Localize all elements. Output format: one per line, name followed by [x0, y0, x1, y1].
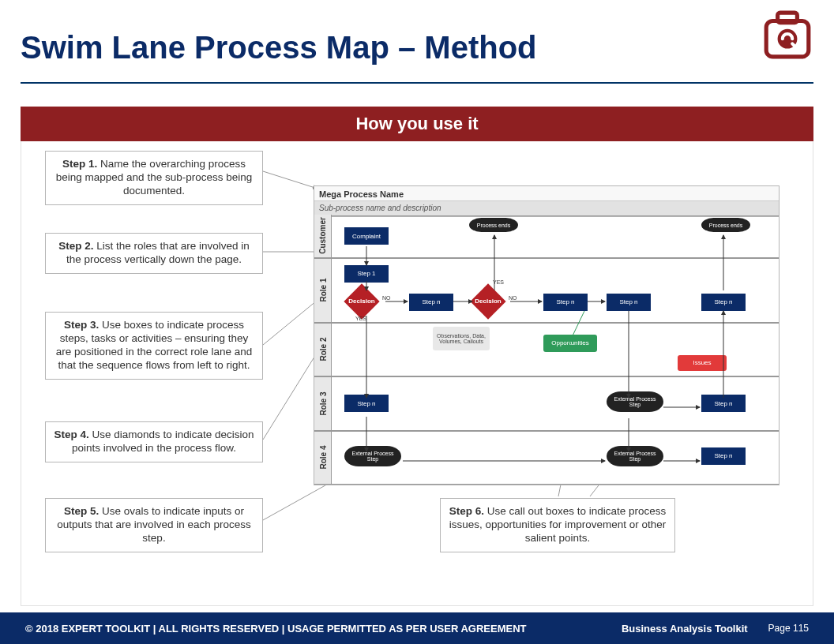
oval-external-3: External Process Step	[607, 446, 663, 466]
step6-label: Step 6.	[449, 505, 484, 517]
step3-explain: Step 3. Use boxes to indicate process st…	[45, 312, 263, 380]
lane-customer-label: Customer	[314, 215, 332, 257]
box-stepn-f: Step n	[701, 395, 746, 412]
section-banner-label: How you use it	[355, 114, 478, 134]
toolkit-logo-icon	[761, 8, 813, 60]
svg-rect-1	[778, 13, 798, 22]
step4-explain: Step 4. Use diamonds to indicate decisio…	[45, 421, 263, 462]
lane-role1: Role 1 Step 1 Decision NO YES Step n Dec…	[314, 258, 779, 323]
label-yes-2: YES	[493, 279, 504, 285]
box-stepn-e: Step n	[344, 395, 389, 412]
step5-explain: Step 5. Use ovals to indicate inputs or …	[45, 498, 263, 552]
step6-explain: Step 6. Use call out boxes to indicate p…	[440, 498, 675, 552]
content-area: Step 1. Name the overarching process bei…	[21, 141, 813, 606]
box-stepn-a: Step n	[409, 294, 453, 311]
swimlane-diagram: Mega Process Name Sub-process name and d…	[314, 185, 780, 485]
box-stepn-c: Step n	[607, 294, 651, 311]
box-complaint: Complaint	[344, 227, 389, 245]
lane-role3: Role 3 Step n External Process Step Step…	[314, 376, 779, 430]
label-no-1: NO	[382, 295, 391, 301]
page-footer: © 2018 EXPERT TOOLKIT | ALL RIGHTS RESER…	[0, 612, 834, 644]
page-header: Swim Lane Process Map – Method	[21, 30, 813, 84]
step4-label: Step 4.	[54, 429, 89, 440]
box-stepn-g: Step n	[701, 447, 746, 465]
box-stepn-b: Step n	[543, 294, 588, 311]
step2-label: Step 2.	[58, 240, 93, 252]
footer-copyright: © 2018 EXPERT TOOLKIT | ALL RIGHTS RESER…	[25, 623, 622, 635]
step1-explain: Step 1. Name the overarching process bei…	[45, 151, 263, 205]
lane-role1-label: Role 1	[314, 259, 332, 322]
step2-text: List the roles that are involved in the …	[66, 240, 250, 265]
step3-label: Step 3.	[64, 319, 99, 331]
step5-label: Step 5.	[64, 505, 99, 517]
diamond-decision-1: Decision	[344, 289, 379, 314]
oval-external-2: External Process Step	[344, 446, 401, 466]
step1-label: Step 1.	[62, 158, 97, 170]
lane-customer: Customer Complaint Process ends Process …	[314, 215, 779, 258]
lane-role4: Role 4 External Process Step External Pr…	[314, 431, 779, 485]
diamond-decision-2: Decision	[471, 289, 505, 314]
footer-brand: Business Analysis Toolkit	[622, 623, 748, 635]
diagram-title: Mega Process Name	[314, 186, 779, 201]
lane-role2-label: Role 2	[314, 324, 332, 376]
oval-external-1: External Process Step	[607, 391, 663, 412]
section-banner: How you use it	[21, 107, 813, 141]
lanes-container: Customer Complaint Process ends Process …	[314, 215, 779, 485]
footer-page-number: Page 115	[768, 623, 809, 634]
lane-role4-label: Role 4	[314, 432, 332, 484]
callout-issues: Issues	[678, 355, 727, 371]
box-stepn-d: Step n	[701, 294, 746, 311]
diagram-header: Mega Process Name Sub-process name and d…	[314, 186, 779, 217]
label-no-2: NO	[509, 295, 517, 301]
label-yes-1: YES	[355, 316, 366, 321]
lane-role3-label: Role 3	[314, 377, 332, 429]
step2-explain: Step 2. List the roles that are involved…	[45, 233, 263, 274]
callout-opportunities: Opportunities	[543, 335, 597, 352]
lane-role2: Role 2 Observations, Data, Volumes, Call…	[314, 323, 779, 376]
page-title: Swim Lane Process Map – Method	[21, 30, 813, 66]
svg-line-3	[792, 43, 797, 48]
step4-text: Use diamonds to indicate decision points…	[72, 429, 254, 454]
oval-process-ends-2: Process ends	[701, 218, 750, 232]
callout-observations: Observations, Data, Volumes, Callouts	[433, 327, 490, 350]
box-step1: Step 1	[344, 265, 389, 283]
oval-process-ends-1: Process ends	[469, 218, 518, 232]
svg-line-4	[263, 171, 317, 189]
